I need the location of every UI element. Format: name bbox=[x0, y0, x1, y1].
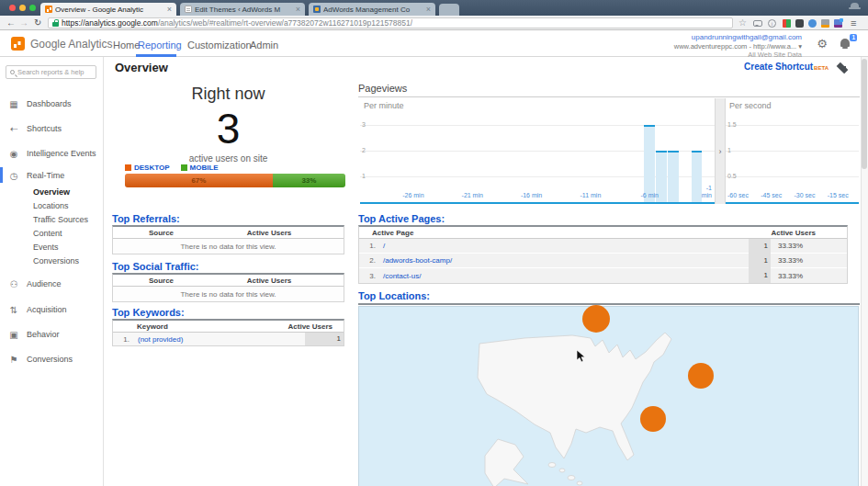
tab-close-icon[interactable]: × bbox=[426, 5, 431, 14]
window-close-button[interactable] bbox=[9, 5, 16, 11]
extension-blue-icon[interactable] bbox=[808, 19, 817, 28]
nav-customization[interactable]: Customization bbox=[187, 40, 252, 51]
sidebar-item-content[interactable]: Content bbox=[0, 227, 104, 240]
active-page-link[interactable]: / bbox=[376, 242, 749, 250]
sidebar-item-conversions[interactable]: ⚑ Conversions bbox=[0, 352, 104, 367]
sidebar-item-dashboards[interactable]: ▦ Dashboards bbox=[0, 96, 104, 111]
bookmark-star-icon[interactable]: ☆ bbox=[738, 17, 747, 28]
shortcuts-icon: ⇠ bbox=[8, 124, 19, 134]
x-axis-tick: -15 sec bbox=[828, 192, 855, 199]
column-header-active-users[interactable]: Active Users bbox=[288, 322, 333, 331]
x-axis-tick: -30 sec bbox=[795, 192, 822, 199]
column-header-source[interactable]: Source bbox=[113, 277, 209, 285]
https-lock-icon[interactable] bbox=[52, 22, 59, 27]
keyword-link[interactable]: (not provided) bbox=[130, 335, 305, 344]
desktop-legend-label: DESKTOP bbox=[134, 164, 170, 172]
divider bbox=[358, 96, 860, 97]
top-referrals-table: Source Active Users There is no data for… bbox=[112, 225, 344, 254]
new-tab-button[interactable] bbox=[439, 4, 459, 16]
table-row: 1. (not provided) 1 bbox=[113, 333, 344, 345]
tab-title: Edit Themes ‹ AdWords M bbox=[195, 6, 293, 14]
extension-grid-icon[interactable] bbox=[783, 19, 791, 28]
sidebar-item-real-time[interactable]: ◷ Real-Time bbox=[0, 168, 104, 183]
search-input[interactable] bbox=[17, 68, 92, 76]
conversions-icon: ⚑ bbox=[8, 355, 19, 365]
sidebar-item-shortcuts[interactable]: ⇠ Shortcuts bbox=[0, 121, 104, 136]
extension-badged-icon[interactable] bbox=[834, 19, 842, 28]
extension-notes-icon[interactable] bbox=[821, 19, 829, 28]
active-page-link[interactable]: /contact-us/ bbox=[376, 272, 749, 280]
forward-button[interactable]: → bbox=[19, 17, 28, 28]
page-scrollbar[interactable] bbox=[861, 57, 868, 486]
top-locations-map[interactable] bbox=[358, 303, 860, 486]
share-bubble-icon[interactable] bbox=[753, 20, 762, 27]
window-minimize-button[interactable] bbox=[19, 5, 26, 11]
sidebar-item-events[interactable]: Events bbox=[0, 241, 104, 254]
table-row: 2. /adwords-boot-camp/ 1 33.33% bbox=[359, 254, 847, 268]
column-header-active-users[interactable]: Active Users bbox=[209, 277, 329, 285]
report-sidebar: ▦ Dashboards ⇠ Shortcuts ◉ Intelligence … bbox=[0, 57, 104, 486]
account-switcher[interactable]: upandrunningwithgail@gmail.com www.adven… bbox=[674, 33, 802, 60]
sidebar-item-conversions-sub[interactable]: Conversions bbox=[0, 254, 104, 267]
sidebar-item-behavior[interactable]: ▣ Behavior bbox=[0, 327, 104, 342]
column-header-source[interactable]: Source bbox=[113, 229, 209, 237]
reload-button[interactable]: ↻ bbox=[34, 17, 41, 28]
extension-pocket-icon[interactable] bbox=[795, 19, 804, 28]
scrollbar-thumb[interactable] bbox=[862, 59, 867, 169]
account-email[interactable]: upandrunningwithgail@gmail.com bbox=[674, 33, 802, 42]
column-header-active-users[interactable]: Active Users bbox=[772, 229, 816, 237]
back-button[interactable]: ← bbox=[6, 17, 16, 28]
sidebar-item-traffic-sources[interactable]: Traffic Sources bbox=[0, 213, 104, 226]
incognito-icon bbox=[849, 3, 861, 13]
sidebar-item-audience[interactable]: ⚇ Audience bbox=[0, 277, 104, 291]
column-header-active-page[interactable]: Active Page bbox=[359, 229, 413, 237]
column-header-active-users[interactable]: Active Users bbox=[209, 229, 329, 237]
sidebar-subitem-label: Traffic Sources bbox=[33, 215, 88, 224]
address-bar[interactable]: https://analytics.google.com/analytics/w… bbox=[48, 17, 733, 28]
tab-title: AdWords Management Co bbox=[323, 6, 423, 14]
column-header-keyword[interactable]: Keyword bbox=[113, 322, 168, 331]
window-zoom-button[interactable] bbox=[29, 5, 36, 11]
gridline bbox=[360, 125, 715, 126]
device-split-bar: 67% 33% bbox=[125, 174, 345, 187]
tab-close-icon[interactable]: × bbox=[296, 5, 300, 14]
visitor-location-bubble[interactable] bbox=[688, 363, 714, 389]
tab-close-icon[interactable]: × bbox=[167, 5, 172, 14]
nav-admin[interactable]: Admin bbox=[250, 40, 278, 51]
active-page-link[interactable]: /adwords-boot-camp/ bbox=[376, 256, 749, 265]
settings-gear-icon[interactable]: ⚙ bbox=[817, 37, 828, 51]
visitor-location-bubble[interactable] bbox=[582, 305, 610, 333]
top-keywords-table: Keyword Active Users 1. (not provided) 1 bbox=[112, 319, 344, 346]
sidebar-search[interactable] bbox=[6, 65, 96, 79]
right-now-title: Right now bbox=[112, 85, 344, 104]
pageviews-bar bbox=[668, 151, 679, 202]
sidebar-item-overview[interactable]: Overview bbox=[0, 186, 104, 198]
y-axis-tick: 1 bbox=[727, 147, 731, 153]
desktop-segment: 67% bbox=[125, 174, 273, 187]
sidebar-item-locations[interactable]: Locations bbox=[0, 199, 104, 212]
y-axis-tick: 3 bbox=[362, 121, 366, 128]
chart-expander[interactable]: › bbox=[715, 98, 726, 204]
active-users-percent: 33.33% bbox=[771, 272, 821, 280]
pageviews-panel: Pageviews Per minute 123-26 min-21 min-1… bbox=[358, 83, 860, 207]
sidebar-item-acquisition[interactable]: ⇅ Acquisition bbox=[0, 302, 104, 317]
tab-overview-google-analytics[interactable]: Overview - Google Analytic × bbox=[40, 3, 176, 16]
active-users-value: 1 bbox=[749, 239, 771, 254]
empty-message: There is no data for this view. bbox=[113, 239, 344, 254]
info-icon[interactable]: i bbox=[768, 19, 776, 28]
nav-home[interactable]: Home bbox=[113, 40, 140, 51]
notifications-bell-icon[interactable] bbox=[840, 39, 850, 47]
account-caret-icon[interactable]: ▾ bbox=[798, 42, 802, 51]
tab-adwords-management[interactable]: AdWords Management Co × bbox=[309, 3, 435, 16]
create-shortcut-link[interactable]: Create ShortcutBETA bbox=[744, 62, 829, 72]
page-title: Overview bbox=[115, 61, 168, 74]
expander-icon: › bbox=[719, 147, 722, 156]
sidebar-item-intelligence-events[interactable]: ◉ Intelligence Events bbox=[0, 146, 104, 161]
visitor-location-bubble[interactable] bbox=[640, 406, 666, 432]
tab-edit-themes-adwords[interactable]: Edit Themes ‹ AdWords M × bbox=[180, 3, 305, 16]
chrome-menu-icon[interactable]: ≡ bbox=[851, 17, 856, 28]
education-cap-icon[interactable] bbox=[836, 62, 850, 73]
sidebar-item-label: Real-Time bbox=[27, 171, 64, 180]
nav-reporting[interactable]: Reporting bbox=[138, 40, 182, 51]
device-legend: DESKTOP MOBILE bbox=[125, 164, 219, 172]
